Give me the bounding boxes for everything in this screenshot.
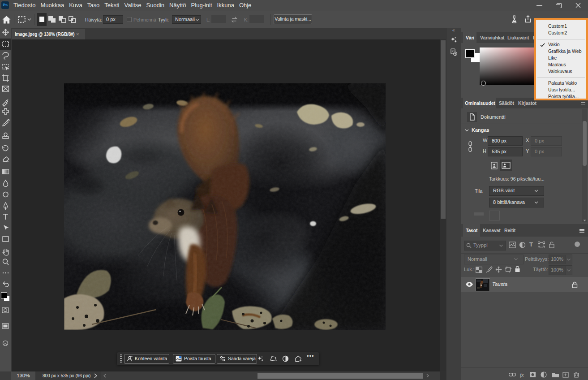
svg-text:fx: fx	[520, 372, 524, 378]
